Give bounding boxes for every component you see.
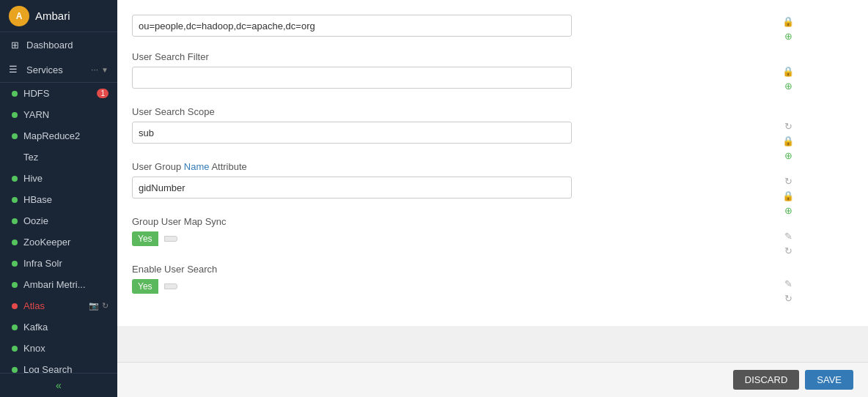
sidebar-item-dashboard[interactable]: ⊞ Dashboard: [0, 32, 117, 57]
app-logo[interactable]: A Ambari: [0, 0, 117, 32]
user-search-scope-actions: ↻ 🔒 ⊕: [781, 119, 795, 162]
service-label: ZooKeeper: [23, 237, 70, 248]
status-dot: [12, 218, 18, 224]
status-dot: [12, 197, 18, 203]
sidebar-item-ambari-metrics[interactable]: Ambari Metri...: [0, 274, 117, 295]
user-group-name-attr-input[interactable]: [132, 177, 572, 198]
sidebar-item-hbase[interactable]: HBase: [0, 189, 117, 210]
config-field-enable-user-search: Enable User Search Yes ✎ ↻: [132, 264, 809, 294]
user-search-scope-label: User Search Scope: [132, 106, 809, 117]
sidebar-item-yarn[interactable]: YARN: [0, 104, 117, 125]
refresh-icon[interactable]: ↻: [781, 174, 795, 188]
service-label: HDFS: [23, 88, 49, 99]
toggle-yes-button[interactable]: Yes: [132, 279, 158, 294]
service-label: Log Search: [23, 364, 73, 373]
lock-icon[interactable]: 🔒: [781, 64, 795, 78]
status-dot: [12, 155, 18, 160]
user-group-name-attr-actions: ↻ 🔒 ⊕: [781, 174, 795, 217]
sidebar-item-label: Dashboard: [26, 40, 73, 51]
status-dot: [12, 112, 18, 118]
add-icon[interactable]: ⊕: [781, 29, 795, 42]
sidebar: A Ambari ⊞ Dashboard ☰ Services ··· ▼ HD…: [0, 0, 117, 397]
lock-icon[interactable]: 🔒: [781, 15, 795, 28]
sidebar-item-hdfs[interactable]: HDFS 1: [0, 83, 117, 104]
toggle-no-button[interactable]: [164, 236, 177, 242]
ldap-base-input[interactable]: [132, 15, 572, 37]
user-search-filter-label: User Search Filter: [132, 51, 809, 62]
user-search-filter-input[interactable]: [132, 67, 572, 89]
camera-icon[interactable]: 📷: [89, 301, 99, 311]
status-dot: [12, 324, 18, 330]
hdfs-badge: 1: [97, 89, 108, 98]
service-label: Ambari Metri...: [23, 279, 86, 290]
user-search-filter-actions: 🔒 ⊕: [781, 64, 795, 92]
enable-user-search-toggle: Yes: [132, 279, 809, 294]
sidebar-collapse-button[interactable]: «: [0, 373, 117, 397]
refresh-icon[interactable]: ↻: [781, 292, 795, 305]
sidebar-item-zookeeper[interactable]: ZooKeeper: [0, 231, 117, 253]
toggle-yes-button[interactable]: Yes: [132, 231, 158, 246]
group-user-map-sync-label: Group User Map Sync: [132, 216, 809, 227]
atlas-actions: 📷 ↻: [89, 301, 108, 311]
services-icon: ☰: [9, 64, 21, 75]
sidebar-item-tez[interactable]: Tez: [0, 146, 117, 168]
ldap-base-actions: 🔒 ⊕: [781, 15, 795, 42]
lock-icon[interactable]: 🔒: [781, 189, 795, 202]
user-search-scope-input[interactable]: [132, 122, 572, 144]
status-dot: [12, 303, 18, 309]
refresh-icon[interactable]: ↻: [781, 119, 795, 133]
refresh-icon[interactable]: ↻: [781, 244, 795, 257]
enable-user-search-actions: ✎ ↻: [781, 277, 795, 305]
service-label: Kafka: [23, 322, 48, 333]
service-label: Oozie: [23, 215, 48, 226]
toggle-no-button[interactable]: [164, 283, 177, 289]
enable-user-search-label: Enable User Search: [132, 264, 809, 275]
sidebar-item-log-search[interactable]: Log Search: [0, 359, 117, 373]
sidebar-item-atlas[interactable]: Atlas 📷 ↻: [0, 295, 117, 316]
edit-icon[interactable]: ✎: [781, 277, 795, 290]
config-field-user-search-scope: User Search Scope ↻ 🔒 ⊕: [132, 106, 809, 144]
config-field-ldap-base: 🔒 ⊕: [132, 15, 809, 37]
status-dot: [12, 133, 18, 139]
config-field-user-group-name-attr: User Group Name Attribute ↻ 🔒 ⊕: [132, 161, 809, 198]
save-button[interactable]: SAVE: [805, 370, 853, 390]
config-panel: 🔒 ⊕ User Search Filter 🔒 ⊕ User Search S…: [117, 0, 868, 326]
sidebar-item-mapreduce2[interactable]: MapReduce2: [0, 125, 117, 146]
logo-icon: A: [9, 6, 29, 26]
service-list: HDFS 1 YARN MapReduce2 Tez Hive HBase Oo…: [0, 83, 117, 373]
service-label: Infra Solr: [23, 258, 62, 269]
group-user-map-sync-actions: ✎ ↻: [781, 229, 795, 257]
content-area: 🔒 ⊕ User Search Filter 🔒 ⊕ User Search S…: [117, 0, 868, 362]
status-dot: [12, 240, 18, 245]
dashboard-icon: ⊞: [9, 39, 21, 51]
main-content: 🔒 ⊕ User Search Filter 🔒 ⊕ User Search S…: [117, 0, 868, 397]
add-icon[interactable]: ⊕: [781, 149, 795, 162]
sidebar-item-knox[interactable]: Knox: [0, 338, 117, 359]
status-dot: [12, 346, 18, 352]
sidebar-item-kafka[interactable]: Kafka: [0, 316, 117, 338]
status-dot: [12, 282, 18, 288]
edit-icon[interactable]: ✎: [781, 229, 795, 242]
footer: DISCARD SAVE: [117, 362, 868, 397]
status-dot: [12, 176, 18, 182]
status-dot: [12, 91, 18, 97]
add-icon[interactable]: ⊕: [781, 79, 795, 92]
config-field-group-user-map-sync: Group User Map Sync Yes ✎ ↻: [132, 216, 809, 246]
status-dot: [12, 367, 18, 373]
app-title: Ambari: [35, 10, 70, 22]
sidebar-item-infra-solr[interactable]: Infra Solr: [0, 253, 117, 274]
sidebar-item-hive[interactable]: Hive: [0, 168, 117, 189]
sidebar-item-services[interactable]: ☰ Services ··· ▼: [0, 57, 117, 83]
services-dots: ···: [91, 64, 98, 75]
service-label: Atlas: [23, 300, 45, 311]
add-icon[interactable]: ⊕: [781, 204, 795, 217]
service-label: Knox: [23, 343, 45, 354]
lock-icon[interactable]: 🔒: [781, 134, 795, 147]
discard-button[interactable]: DISCARD: [733, 370, 800, 390]
service-label: MapReduce2: [23, 130, 80, 141]
sidebar-item-oozie[interactable]: Oozie: [0, 210, 117, 231]
group-user-map-sync-toggle: Yes: [132, 231, 809, 246]
services-arrow: ▼: [101, 66, 108, 74]
user-group-name-attr-label: User Group Name Attribute: [132, 161, 809, 172]
refresh-icon[interactable]: ↻: [102, 301, 108, 311]
